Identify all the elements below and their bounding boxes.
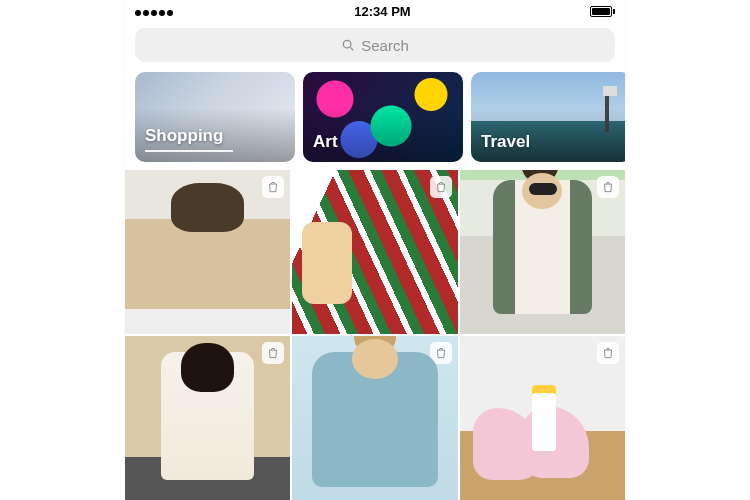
search-input[interactable]: Search (135, 28, 615, 62)
grid-tile[interactable] (460, 336, 625, 500)
grid-tile[interactable] (292, 336, 457, 500)
shopping-bag-icon (597, 176, 619, 198)
grid-tile[interactable] (460, 170, 625, 334)
category-travel[interactable]: Travel (471, 72, 625, 162)
svg-line-1 (351, 47, 354, 50)
category-art[interactable]: Art (303, 72, 463, 162)
search-placeholder: Search (361, 37, 409, 54)
svg-point-0 (344, 40, 352, 48)
shopping-bag-icon (430, 176, 452, 198)
grid-tile[interactable] (292, 170, 457, 334)
category-label: Shopping (145, 126, 223, 145)
explore-screen: 12:34 PM Search Shopping Art (125, 0, 625, 500)
clock: 12:34 PM (354, 4, 410, 19)
shopping-bag-icon (597, 342, 619, 364)
grid-tile[interactable] (125, 170, 290, 334)
category-label: Art (313, 132, 338, 151)
signal-dots (135, 4, 175, 19)
shopping-bag-icon (430, 342, 452, 364)
battery-icon (590, 6, 615, 17)
category-label: Travel (481, 132, 530, 151)
status-bar: 12:34 PM (125, 0, 625, 22)
shopping-bag-icon (262, 342, 284, 364)
grid-tile[interactable] (125, 336, 290, 500)
explore-grid (125, 170, 625, 500)
search-icon (341, 38, 355, 52)
category-row: Shopping Art Travel (125, 68, 625, 170)
shopping-bag-icon (262, 176, 284, 198)
category-shopping[interactable]: Shopping (135, 72, 295, 162)
